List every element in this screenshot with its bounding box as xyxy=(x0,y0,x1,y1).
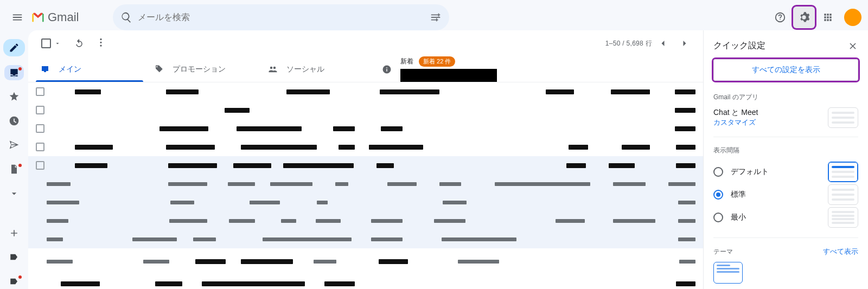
header-right xyxy=(769,7,864,28)
refresh-button[interactable] xyxy=(68,33,90,54)
compose-button[interactable] xyxy=(3,39,25,56)
updates-new-label: 新着 xyxy=(400,57,413,66)
theme-see-all-link[interactable]: すべて表示 xyxy=(823,247,858,256)
density-option-default[interactable]: デフォルト xyxy=(713,160,858,183)
quick-settings-panel: クイック設定 すべての設定を表示 Gmail のアプリ Chat と Meet … xyxy=(703,30,868,289)
select-dropdown-icon[interactable] xyxy=(54,40,61,47)
message-row[interactable] xyxy=(28,119,703,138)
density-section-label: 表示間隔 xyxy=(713,146,858,155)
app-header: Gmail xyxy=(0,0,868,35)
search-input[interactable] xyxy=(132,12,430,22)
mail-toolbar: 1–50 / 5,698 行 xyxy=(28,30,703,56)
theme-thumbnail[interactable] xyxy=(713,262,743,284)
message-row[interactable] xyxy=(28,230,703,248)
chevron-down-icon xyxy=(9,188,20,199)
settings-button[interactable] xyxy=(793,7,815,28)
density-thumb xyxy=(828,184,858,205)
redacted-text xyxy=(400,69,497,82)
gmail-logo[interactable]: Gmail xyxy=(30,10,105,25)
inbox-icon xyxy=(40,65,50,74)
message-row[interactable] xyxy=(28,175,703,193)
nav-sent[interactable] xyxy=(4,137,24,153)
tab-primary[interactable]: メイン xyxy=(33,56,146,82)
search-bar[interactable] xyxy=(113,4,449,30)
category-tabs: メイン プロモーション ソーシャル 新着 新着 22 件 xyxy=(28,56,703,82)
plus-icon xyxy=(9,228,20,239)
unread-indicator xyxy=(18,275,22,279)
unread-indicator xyxy=(18,164,22,167)
close-icon[interactable] xyxy=(847,41,858,52)
row-checkbox[interactable] xyxy=(36,106,44,114)
customize-link[interactable]: カスタマイズ xyxy=(713,118,758,127)
nav-snoozed[interactable] xyxy=(4,113,24,129)
tab-social[interactable]: ソーシャル xyxy=(260,56,374,82)
density-option-comfortable[interactable]: 標準 xyxy=(713,183,858,206)
updates-new-badge: 新着 22 件 xyxy=(419,56,455,67)
message-list xyxy=(28,82,703,289)
apps-thumbnail[interactable] xyxy=(828,107,858,128)
next-page-button[interactable] xyxy=(674,33,695,54)
message-row[interactable] xyxy=(28,156,703,175)
pager-text: 1–50 / 5,698 行 xyxy=(605,39,652,48)
menu-icon xyxy=(11,11,23,23)
nav-inbox[interactable] xyxy=(4,65,24,81)
quick-settings-title: クイック設定 xyxy=(713,40,765,52)
message-row[interactable] xyxy=(28,101,703,119)
search-options-icon[interactable] xyxy=(430,11,442,23)
chevron-right-icon xyxy=(679,38,690,49)
row-checkbox[interactable] xyxy=(36,87,44,96)
support-button[interactable] xyxy=(769,7,791,28)
info-icon xyxy=(382,65,392,74)
tab-label: ソーシャル xyxy=(286,65,324,74)
new-label-button[interactable] xyxy=(4,225,24,241)
apps-grid-icon xyxy=(822,12,833,23)
see-all-settings-label: すべての設定を表示 xyxy=(752,65,820,75)
message-row[interactable] xyxy=(28,82,703,101)
message-row[interactable] xyxy=(28,138,703,156)
more-vert-icon xyxy=(95,38,106,49)
tab-label: メイン xyxy=(59,65,81,74)
tab-updates[interactable]: 新着 新着 22 件 xyxy=(374,56,703,82)
people-icon xyxy=(268,65,278,74)
help-icon xyxy=(774,11,786,23)
account-avatar[interactable] xyxy=(844,9,861,26)
row-checkbox[interactable] xyxy=(36,124,44,133)
density-thumb xyxy=(828,207,858,228)
row-checkbox[interactable] xyxy=(36,143,44,151)
nav-label-1[interactable] xyxy=(4,249,24,265)
apps-title: Chat と Meet xyxy=(713,108,758,118)
tab-label: プロモーション xyxy=(173,65,226,74)
prev-page-button[interactable] xyxy=(652,33,674,54)
left-nav-rail xyxy=(0,35,28,289)
inbox-icon xyxy=(9,67,20,78)
message-row[interactable] xyxy=(28,193,703,211)
main-content: 1–50 / 5,698 行 メイン プロモーション ソーシャル 新着 新 xyxy=(28,30,703,289)
density-option-compact[interactable]: 最小 xyxy=(713,206,858,229)
message-row[interactable] xyxy=(28,248,703,274)
chevron-left-icon xyxy=(658,38,668,49)
send-icon xyxy=(9,139,20,150)
density-label: 最小 xyxy=(731,213,746,222)
document-icon xyxy=(9,164,20,175)
message-row[interactable] xyxy=(28,274,703,289)
google-apps-button[interactable] xyxy=(817,7,839,28)
see-all-settings-button[interactable]: すべての設定を表示 xyxy=(713,59,858,81)
nav-drafts[interactable] xyxy=(4,162,24,177)
nav-label-2[interactable] xyxy=(4,273,24,289)
nav-more[interactable] xyxy=(4,185,24,201)
tab-promotions[interactable]: プロモーション xyxy=(146,56,260,82)
clock-icon xyxy=(9,115,20,126)
main-menu-button[interactable] xyxy=(4,4,30,30)
row-checkbox[interactable] xyxy=(36,161,44,170)
theme-section-label: テーマ xyxy=(713,247,733,256)
density-label: デフォルト xyxy=(731,167,769,177)
nav-starred[interactable] xyxy=(4,89,24,105)
unread-indicator xyxy=(18,67,22,70)
message-row[interactable] xyxy=(28,211,703,230)
more-actions-button[interactable] xyxy=(90,33,112,54)
gmail-logo-icon xyxy=(30,10,46,25)
search-icon xyxy=(120,11,132,23)
label-icon xyxy=(9,252,19,262)
density-thumb xyxy=(828,162,858,182)
star-icon xyxy=(9,91,20,102)
